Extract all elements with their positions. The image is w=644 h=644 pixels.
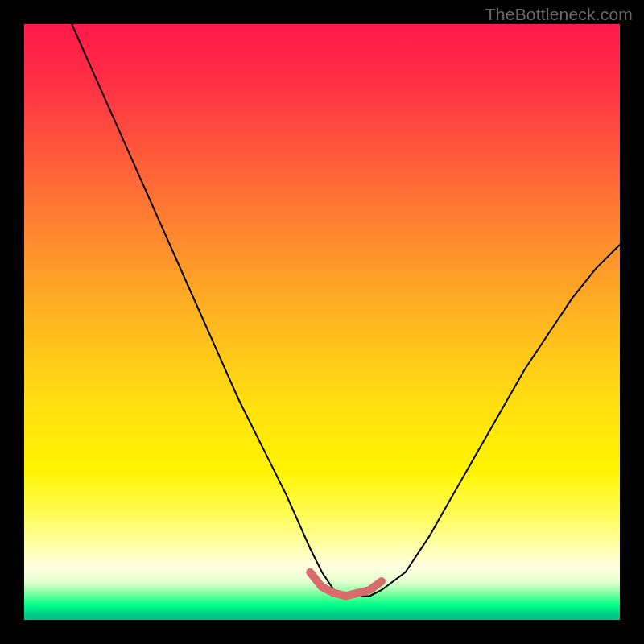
bottleneck-curve-line [72, 24, 620, 596]
watermark-text: TheBottleneck.com [485, 5, 633, 24]
valley-marker [310, 572, 382, 597]
chart-svg [24, 24, 620, 620]
chart-plot-area [24, 24, 620, 620]
